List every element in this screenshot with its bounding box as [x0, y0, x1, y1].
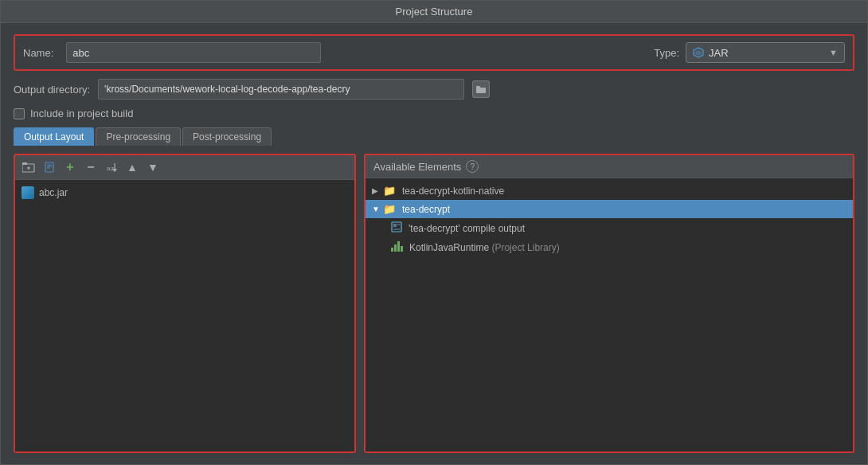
bar-chart-icon [391, 241, 403, 252]
output-dir-label: Output directory: [14, 84, 90, 96]
svg-rect-19 [393, 229, 400, 230]
content-area: Name: Type: JAR ▼ Output directory: [1, 23, 867, 464]
tab-output-layout[interactable]: Output Layout [14, 127, 94, 146]
svg-rect-2 [476, 88, 486, 93]
include-checkbox[interactable] [14, 108, 25, 119]
move-down-button[interactable]: ▼ [144, 158, 162, 176]
project-structure-window: Project Structure Name: Type: JAR ▼ Out [0, 0, 868, 465]
title-bar: Project Structure [1, 1, 867, 23]
tree-item-label: 'tea-decrypt' compile output [409, 223, 525, 234]
name-label: Name: [23, 47, 53, 59]
jar-file-icon [22, 186, 34, 199]
expand-arrow-icon: ▶ [372, 186, 380, 195]
dropdown-arrow-icon: ▼ [829, 48, 838, 57]
list-item[interactable]: 'tea-decrypt' compile output [366, 218, 853, 238]
file-list: abc.jar [15, 180, 354, 451]
svg-rect-17 [393, 224, 397, 227]
svg-marker-1 [695, 50, 702, 56]
list-item[interactable]: ▼ 📁 tea-decrypt [366, 200, 853, 218]
svg-rect-5 [22, 162, 27, 165]
tabs-row: Output Layout Pre-processing Post-proces… [14, 127, 854, 146]
tree-item-label: KotlinJavaRuntime (Project Library) [409, 242, 560, 253]
move-up-button[interactable]: ▲ [123, 158, 141, 176]
library-icon [391, 241, 403, 254]
include-label: Include in project build [30, 107, 133, 119]
type-dropdown[interactable]: JAR ▼ [686, 42, 845, 63]
available-header: Available Elements ? [366, 155, 853, 178]
add-button[interactable]: + [61, 158, 79, 176]
browse-folder-button[interactable] [472, 80, 490, 98]
svg-rect-3 [476, 86, 480, 88]
tree-item-label: tea-decrypt [402, 204, 450, 215]
name-input[interactable] [66, 42, 321, 63]
include-checkbox-row: Include in project build [14, 107, 854, 119]
output-dir-input[interactable] [98, 79, 464, 100]
tree-item-label: tea-decrypt-kotlin-native [402, 186, 504, 197]
remove-button[interactable]: − [82, 158, 100, 176]
type-label: Type: [654, 47, 679, 59]
jar-icon [693, 47, 704, 58]
window-title: Project Structure [396, 6, 473, 18]
add-folder-button[interactable] [20, 158, 37, 176]
toolbar: + − a z ▲ ▼ [15, 155, 354, 180]
file-name: abc.jar [39, 187, 68, 198]
type-value: JAR [709, 47, 824, 59]
compile-output-icon [391, 221, 402, 235]
svg-rect-8 [45, 162, 53, 172]
zip-button[interactable] [41, 158, 58, 176]
list-item[interactable]: KotlinJavaRuntime (Project Library) [366, 238, 853, 257]
svg-rect-18 [397, 224, 400, 225]
left-panel: + − a z ▲ ▼ [14, 154, 356, 453]
tab-pre-processing[interactable]: Pre-processing [96, 127, 181, 146]
name-type-section: Name: Type: JAR ▼ [14, 34, 854, 71]
tree-list: ▶ 📁 tea-decrypt-kotlin-native ▼ 📁 tea-de… [366, 178, 853, 451]
folder-icon: 📁 [383, 203, 396, 215]
help-icon[interactable]: ? [466, 160, 479, 173]
svg-text:z: z [111, 165, 114, 172]
expand-arrow-icon: ▼ [372, 205, 380, 213]
type-section: Type: JAR ▼ [654, 42, 845, 63]
main-panels: + − a z ▲ ▼ [14, 154, 854, 453]
available-elements-label: Available Elements [373, 161, 461, 173]
right-panel: Available Elements ? ▶ 📁 tea-decrypt-kot… [364, 154, 854, 453]
list-item[interactable]: ▶ 📁 tea-decrypt-kotlin-native [366, 182, 853, 200]
folder-icon: 📁 [383, 185, 396, 197]
tab-post-processing[interactable]: Post-processing [182, 127, 272, 146]
list-item[interactable]: abc.jar [15, 183, 354, 202]
sort-button[interactable]: a z [103, 158, 120, 176]
output-dir-row: Output directory: [14, 79, 854, 100]
